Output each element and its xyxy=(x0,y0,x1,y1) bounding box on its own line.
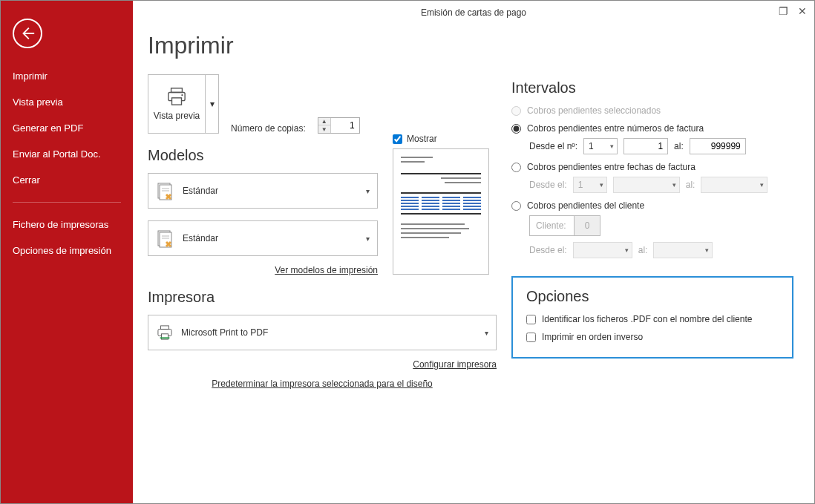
radio-seleccionados-label: Cobros pendientes seleccionados xyxy=(527,105,661,116)
opciones-heading: Opciones xyxy=(526,288,779,305)
sidebar-item-opciones-impresion[interactable]: Opciones de impresión xyxy=(1,238,133,264)
al-fecha-select xyxy=(701,177,767,193)
titlebar: Emisión de cartas de pago ❐ ✕ xyxy=(133,1,814,24)
mostrar-checkbox[interactable] xyxy=(393,134,402,144)
printer-select[interactable]: Microsoft Print to PDF ▾ xyxy=(148,315,497,350)
preview-thumbnail[interactable] xyxy=(393,148,489,275)
radio-seleccionados xyxy=(511,106,521,116)
sidebar-item-generar-pdf[interactable]: Generar en PDF xyxy=(1,115,133,141)
chevron-down-icon: ▾ xyxy=(485,329,488,337)
printer-icon xyxy=(166,87,188,106)
radio-entre-numeros-label[interactable]: Cobros pendientes entre números de factu… xyxy=(527,123,704,134)
main-panel: Emisión de cartas de pago ❐ ✕ Imprimir xyxy=(133,1,814,503)
page-title: Imprimir xyxy=(148,32,497,59)
cliente-al-label: al: xyxy=(638,245,648,255)
copies-label: Número de copias: xyxy=(231,123,306,134)
vista-previa-dropdown[interactable]: ▾ xyxy=(205,75,218,133)
desde-num-input[interactable] xyxy=(623,138,668,154)
sidebar: Imprimir Vista previa Generar en PDF Env… xyxy=(1,1,133,503)
model-select-1[interactable]: Estándar ▾ xyxy=(148,173,378,209)
mostrar-label: Mostrar xyxy=(407,134,437,144)
copies-input[interactable] xyxy=(331,120,359,131)
configurar-impresora-link[interactable]: Configurar impresora xyxy=(148,359,497,370)
chk-identificar-pdf-label: Identificar los ficheros .PDF con el nom… xyxy=(542,314,752,324)
sidebar-separator xyxy=(13,202,121,203)
chk-orden-inverso[interactable] xyxy=(526,333,536,342)
model-select-2[interactable]: Estándar ▾ xyxy=(148,220,378,256)
chevron-down-icon: ▾ xyxy=(366,187,370,195)
al-fecha-label: al: xyxy=(686,180,695,190)
cliente-picker: Cliente: 0 xyxy=(529,215,600,236)
intervalos-heading: Intervalos xyxy=(511,79,799,96)
svg-rect-0 xyxy=(171,88,183,93)
window-title: Emisión de cartas de pago xyxy=(421,7,526,18)
ver-modelos-link[interactable]: Ver modelos de impresión xyxy=(148,265,378,275)
radio-entre-numeros[interactable] xyxy=(511,124,521,134)
model-1-label: Estándar xyxy=(183,186,218,196)
desde-serie-select[interactable]: 1 xyxy=(583,138,618,154)
sidebar-item-cerrar[interactable]: Cerrar xyxy=(1,167,133,193)
desde-fecha-serie-select: 1 xyxy=(573,177,607,193)
vista-previa-label: Vista previa xyxy=(154,111,200,121)
close-icon[interactable]: ✕ xyxy=(796,5,808,17)
radio-del-cliente-label[interactable]: Cobros pendientes del cliente xyxy=(527,200,644,211)
copies-spinner[interactable]: ▲ ▼ xyxy=(318,117,360,134)
cliente-desde-select xyxy=(573,242,632,258)
radio-entre-fechas-label[interactable]: Cobros pendientes entre fechas de factur… xyxy=(527,162,695,172)
maximize-icon[interactable]: ❐ xyxy=(777,5,789,17)
back-button[interactable] xyxy=(13,19,42,48)
cliente-number: 0 xyxy=(574,216,600,235)
predeterminar-impresora-link[interactable]: Predeterminar la impresora seleccionada … xyxy=(148,379,497,389)
sidebar-item-imprimir[interactable]: Imprimir xyxy=(1,63,133,89)
vista-previa-button[interactable]: Vista previa ▾ xyxy=(148,74,219,134)
desde-num-label: Desde el nº: xyxy=(529,141,577,151)
cliente-label: Cliente: xyxy=(530,220,574,231)
sidebar-item-enviar-portal[interactable]: Enviar al Portal Doc. xyxy=(1,141,133,167)
printer-name-label: Microsoft Print to PDF xyxy=(181,327,268,338)
impresora-heading: Impresora xyxy=(148,289,497,306)
al-num-input[interactable] xyxy=(690,138,746,154)
radio-del-cliente[interactable] xyxy=(511,201,521,211)
opciones-panel: Opciones Identificar los ficheros .PDF c… xyxy=(511,276,793,359)
template-icon xyxy=(156,229,175,248)
desde-fecha-select xyxy=(613,177,680,193)
sidebar-item-fichero-impresoras[interactable]: Fichero de impresoras xyxy=(1,212,133,238)
model-2-label: Estándar xyxy=(183,233,218,243)
svg-rect-12 xyxy=(161,326,169,330)
copies-up-icon[interactable]: ▲ xyxy=(318,118,330,125)
template-icon xyxy=(156,181,175,200)
svg-rect-2 xyxy=(172,98,182,105)
sidebar-item-vista-previa[interactable]: Vista previa xyxy=(1,89,133,115)
desde-fecha-label: Desde el: xyxy=(529,180,567,190)
copies-down-icon[interactable]: ▼ xyxy=(318,125,330,133)
cliente-desde-label: Desde el: xyxy=(529,245,567,255)
cliente-al-select xyxy=(653,242,713,258)
modelos-heading: Modelos xyxy=(148,147,378,164)
chk-identificar-pdf[interactable] xyxy=(526,315,536,324)
radio-entre-fechas[interactable] xyxy=(511,163,521,172)
al-num-label: al: xyxy=(674,141,684,151)
svg-point-3 xyxy=(181,94,183,96)
printer-icon xyxy=(156,325,174,340)
chk-orden-inverso-label: Imprimir en orden inverso xyxy=(542,332,643,342)
chevron-down-icon: ▾ xyxy=(366,235,370,243)
